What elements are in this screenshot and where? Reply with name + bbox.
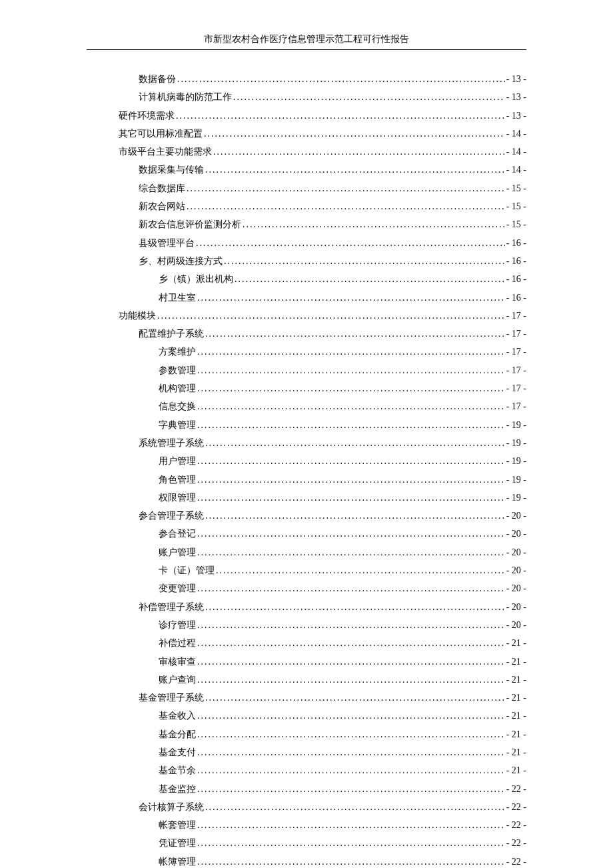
- toc-label: 县级管理平台: [139, 234, 195, 252]
- toc-page-number: - 22 -: [506, 780, 526, 798]
- toc-leader-dots: [197, 489, 505, 507]
- toc-page-number: - 19 -: [506, 416, 526, 434]
- toc-row: 基金监控- 22 -: [87, 780, 526, 798]
- toc-page-number: - 17 -: [506, 379, 526, 397]
- toc-label: 凭证管理: [159, 834, 196, 852]
- toc-row: 计算机病毒的防范工作- 13 -: [87, 88, 526, 106]
- toc-label: 数据备份: [139, 70, 176, 88]
- toc-label: 功能模块: [119, 307, 156, 325]
- toc-page-number: - 14 -: [506, 161, 526, 179]
- toc-page-number: - 16 -: [506, 289, 526, 307]
- toc-row: 权限管理- 19 -: [87, 489, 526, 507]
- toc-page-number: - 20 -: [506, 561, 526, 579]
- toc-row: 参合登记- 20 -: [87, 525, 526, 543]
- toc-page-number: - 20 -: [506, 507, 526, 525]
- toc-label: 新农合网站: [139, 197, 185, 215]
- toc-leader-dots: [197, 397, 505, 415]
- toc-page-number: - 13 -: [506, 70, 526, 88]
- toc-leader-dots: [197, 379, 505, 397]
- toc-label: 账户查询: [159, 671, 196, 689]
- toc-row: 新农合网站- 15 -: [87, 197, 526, 215]
- toc-row: 基金节余- 21 -: [87, 761, 526, 779]
- toc-page-number: - 20 -: [506, 598, 526, 616]
- toc-page-number: - 17 -: [506, 361, 526, 379]
- table-of-contents: 数据备份- 13 -计算机病毒的防范工作- 13 -硬件环境需求- 13 -其它…: [87, 70, 526, 868]
- toc-label: 补偿过程: [159, 634, 196, 652]
- toc-leader-dots: [233, 88, 505, 106]
- toc-leader-dots: [205, 434, 505, 452]
- toc-label: 卡（证）管理: [159, 561, 215, 579]
- toc-row: 参数管理- 17 -: [87, 361, 526, 379]
- toc-leader-dots: [196, 234, 505, 252]
- toc-row: 审核审查- 21 -: [87, 653, 526, 671]
- toc-row: 机构管理- 17 -: [87, 379, 526, 397]
- toc-label: 用户管理: [159, 452, 196, 470]
- toc-row: 配置维护子系统- 17 -: [87, 325, 526, 343]
- toc-label: 基金监控: [159, 780, 196, 798]
- toc-page-number: - 17 -: [506, 307, 526, 325]
- toc-row: 县级管理平台- 16 -: [87, 234, 526, 252]
- toc-label: 基金收入: [159, 707, 196, 725]
- toc-row: 诊疗管理- 20 -: [87, 616, 526, 634]
- toc-page-number: - 15 -: [506, 197, 526, 215]
- toc-row: 数据备份- 13 -: [87, 70, 526, 88]
- toc-page-number: - 20 -: [506, 616, 526, 634]
- toc-leader-dots: [197, 471, 505, 489]
- toc-page-number: - 16 -: [506, 252, 526, 270]
- toc-page-number: - 20 -: [506, 525, 526, 543]
- toc-row: 基金管理子系统- 21 -: [87, 689, 526, 707]
- toc-row: 功能模块- 17 -: [87, 307, 526, 325]
- page-header-title: 市新型农村合作医疗信息管理示范工程可行性报告: [87, 33, 526, 50]
- toc-page-number: - 21 -: [506, 634, 526, 652]
- toc-label: 角色管理: [159, 471, 196, 489]
- toc-leader-dots: [197, 834, 505, 852]
- toc-leader-dots: [187, 179, 505, 197]
- toc-page-number: - 20 -: [506, 543, 526, 561]
- toc-page-number: - 14 -: [506, 143, 526, 161]
- toc-label: 账户管理: [159, 543, 196, 561]
- toc-label: 市级平台主要功能需求: [119, 143, 212, 161]
- toc-row: 凭证管理- 22 -: [87, 834, 526, 852]
- document-page: 市新型农村合作医疗信息管理示范工程可行性报告 数据备份- 13 -计算机病毒的防…: [0, 0, 613, 868]
- toc-label: 村卫生室: [159, 289, 196, 307]
- toc-label: 基金分配: [159, 725, 196, 743]
- toc-leader-dots: [224, 252, 505, 270]
- toc-leader-dots: [157, 307, 505, 325]
- toc-leader-dots: [197, 743, 505, 761]
- toc-label: 补偿管理子系统: [139, 598, 204, 616]
- toc-page-number: - 22 -: [506, 834, 526, 852]
- toc-leader-dots: [176, 107, 505, 125]
- toc-label: 诊疗管理: [159, 616, 196, 634]
- toc-page-number: - 21 -: [506, 761, 526, 779]
- toc-label: 基金节余: [159, 761, 196, 779]
- toc-label: 参合管理子系统: [139, 507, 204, 525]
- toc-leader-dots: [205, 689, 505, 707]
- toc-row: 市级平台主要功能需求- 14 -: [87, 143, 526, 161]
- toc-row: 帐套管理- 22 -: [87, 816, 526, 834]
- toc-label: 权限管理: [159, 489, 196, 507]
- toc-label: 参合登记: [159, 525, 196, 543]
- toc-label: 审核审查: [159, 653, 196, 671]
- toc-page-number: - 17 -: [506, 343, 526, 361]
- toc-leader-dots: [235, 270, 505, 288]
- toc-leader-dots: [197, 761, 505, 779]
- toc-label: 变更管理: [159, 579, 196, 597]
- toc-leader-dots: [197, 452, 505, 470]
- toc-row: 补偿过程- 21 -: [87, 634, 526, 652]
- toc-label: 信息交换: [159, 397, 196, 415]
- toc-label: 基金管理子系统: [139, 689, 204, 707]
- toc-page-number: - 21 -: [506, 689, 526, 707]
- toc-page-number: - 21 -: [506, 653, 526, 671]
- toc-label: 参数管理: [159, 361, 196, 379]
- toc-page-number: - 16 -: [506, 234, 526, 252]
- toc-leader-dots: [197, 653, 505, 671]
- toc-leader-dots: [204, 125, 505, 143]
- toc-label: 数据采集与传输: [139, 161, 204, 179]
- toc-row: 数据采集与传输- 14 -: [87, 161, 526, 179]
- toc-leader-dots: [177, 70, 505, 88]
- toc-label: 帐簿管理: [159, 853, 196, 868]
- toc-page-number: - 19 -: [506, 489, 526, 507]
- toc-row: 基金收入- 21 -: [87, 707, 526, 725]
- toc-leader-dots: [197, 725, 505, 743]
- toc-leader-dots: [197, 416, 505, 434]
